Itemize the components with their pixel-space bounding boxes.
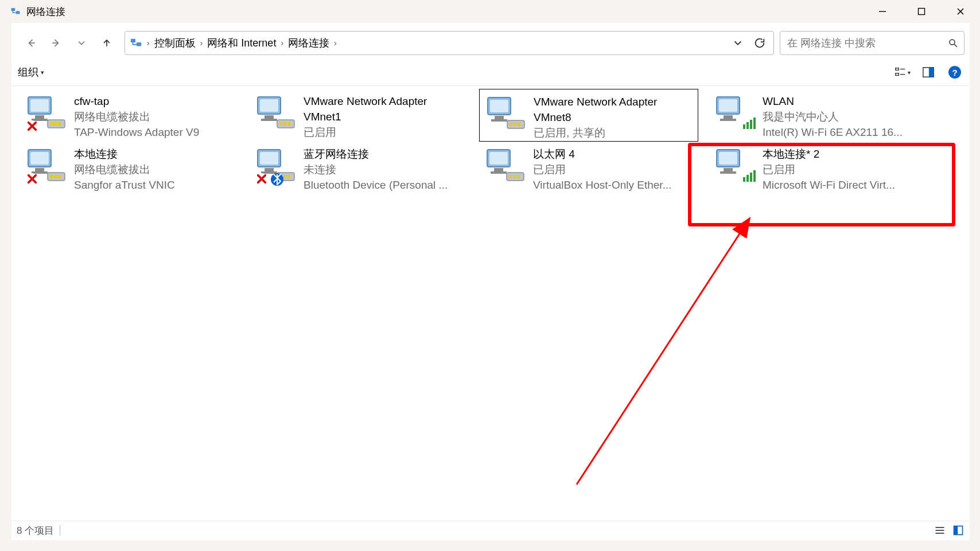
connection-nic-icon [254,92,298,134]
svg-rect-7 [137,42,141,46]
connection-device: Bluetooth Device (Personal ... [304,177,448,193]
svg-rect-29 [265,115,274,119]
breadcrumb-item[interactable]: 控制面板 [154,36,196,50]
svg-rect-32 [279,122,282,126]
maximize-button[interactable] [902,0,941,23]
connection-status: 网络电缆被拔出 [74,162,175,177]
connection-title: 本地连接 [74,146,175,162]
connection-bluetooth-icon [254,145,298,186]
refresh-button[interactable] [752,35,768,51]
chevron-right-icon[interactable]: › [279,38,285,48]
connection-nic-unplugged-icon [25,92,68,134]
svg-rect-30 [261,119,277,121]
connection-item[interactable]: 本地连接* 2 已启用Microsoft Wi-Fi Direct Virt..… [709,142,928,194]
svg-rect-85 [720,171,736,174]
up-button[interactable] [98,34,115,52]
minimize-button[interactable] [863,0,902,23]
search-icon [948,32,958,54]
connection-title: cfw-tap [74,93,199,109]
breadcrumb-item[interactable]: 网络连接 [288,36,329,50]
svg-rect-69 [287,175,290,178]
svg-rect-17 [30,99,49,112]
chevron-right-icon[interactable]: › [333,38,338,48]
connection-item[interactable]: 本地连接 网络电缆被拔出Sangfor aTrust VNIC [20,142,239,194]
connection-item[interactable]: VMware Network AdapterVMnet1 已启用 [250,89,469,142]
window-title: 网络连接 [26,5,65,18]
svg-rect-40 [510,123,512,126]
connection-device: VirtualBox Host-Only Ether... [533,177,671,193]
svg-rect-33 [283,122,286,126]
search-input[interactable] [786,31,958,55]
connection-title: WLAN [763,93,903,109]
connection-item[interactable]: 蓝牙网络连接 未连接Bluetooth Device (Personal ... [250,142,469,194]
connection-nic-unplugged-icon [25,145,68,186]
connection-item[interactable]: 以太网 4 已启用VirtualBox Host-Only Ether... [479,142,698,194]
organize-menu[interactable]: 组织 ▾ [18,65,44,79]
connection-status: 已启用, 共享的 [534,125,657,140]
connection-item[interactable]: cfw-tap 网络电缆被拔出TAP-Windows Adapter V9 [20,89,239,142]
title-bar: 网络连接 [0,0,980,23]
organize-label: 组织 [18,65,38,79]
nav-row: › 控制面板 › 网络和 Internet › 网络连接 › [12,24,969,59]
svg-rect-48 [746,122,749,129]
separator [60,525,60,536]
connection-title: 蓝牙网络连接 [304,146,448,162]
connection-item[interactable]: VMware Network AdapterVMnet8 已启用, 共享的 [479,89,698,142]
connection-status: 我是中汽中心人 [763,109,903,124]
svg-rect-10 [895,68,899,71]
svg-rect-46 [720,119,736,121]
connection-title: 以太网 4 [533,146,671,162]
svg-rect-37 [495,116,504,119]
svg-rect-34 [287,122,290,126]
svg-rect-58 [58,175,61,178]
chevron-right-icon[interactable]: › [199,38,204,48]
app-network-icon [10,6,21,17]
tiles-view-button[interactable] [952,524,965,537]
forward-button[interactable] [48,34,65,52]
svg-line-9 [954,44,957,47]
svg-rect-47 [743,124,745,129]
window-buttons [863,0,980,23]
svg-rect-15 [929,68,934,77]
address-dropdown-button[interactable] [730,35,746,51]
details-view-button[interactable] [934,524,946,537]
svg-rect-77 [491,171,507,174]
toolbar: 组织 ▾ ▾ ? [12,59,969,86]
address-bar[interactable]: › 控制面板 › 网络和 Internet › 网络连接 › [125,31,774,55]
help-button[interactable]: ? [946,64,963,81]
svg-rect-79 [509,175,512,178]
connection-title: 本地连接* 2 [763,146,895,162]
svg-rect-42 [518,123,520,126]
svg-rect-87 [746,175,749,182]
connections-grid: cfw-tap 网络电缆被拔出TAP-Windows Adapter V9 VM… [12,84,969,520]
svg-rect-12 [895,73,899,76]
svg-rect-76 [494,168,503,171]
preview-pane-button[interactable] [920,64,937,81]
chevron-right-icon[interactable]: › [146,38,151,48]
search-box[interactable] [780,31,965,55]
connection-status: 网络电缆被拔出 [74,109,199,124]
svg-rect-36 [490,100,508,112]
svg-rect-63 [260,152,278,165]
connection-title: VMware Network AdapterVMnet8 [534,94,657,125]
recent-locations-dropdown[interactable] [73,34,90,52]
connection-status: 已启用 [533,162,671,177]
connection-device: Microsoft Wi-Fi Direct Virt... [763,177,895,193]
svg-rect-64 [265,168,274,171]
svg-rect-50 [753,118,756,129]
svg-point-8 [950,40,955,45]
svg-rect-6 [131,39,135,42]
svg-rect-0 [11,8,15,11]
address-bar-icon [130,37,142,49]
connection-device: Intel(R) Wi-Fi 6E AX211 16... [763,124,903,140]
connection-device: TAP-Windows Adapter V9 [74,124,199,140]
connection-device: Sangfor aTrust VNIC [74,177,175,193]
svg-rect-83 [719,152,737,165]
connection-item[interactable]: WLAN 我是中汽中心人Intel(R) Wi-Fi 6E AX211 16..… [709,89,928,142]
close-button[interactable] [941,0,980,23]
back-button[interactable] [22,34,40,52]
breadcrumb-item[interactable]: 网络和 Internet [207,36,276,50]
connection-nic-icon [484,93,528,134]
view-mode-button[interactable]: ▾ [893,64,911,81]
svg-rect-22 [54,122,57,126]
